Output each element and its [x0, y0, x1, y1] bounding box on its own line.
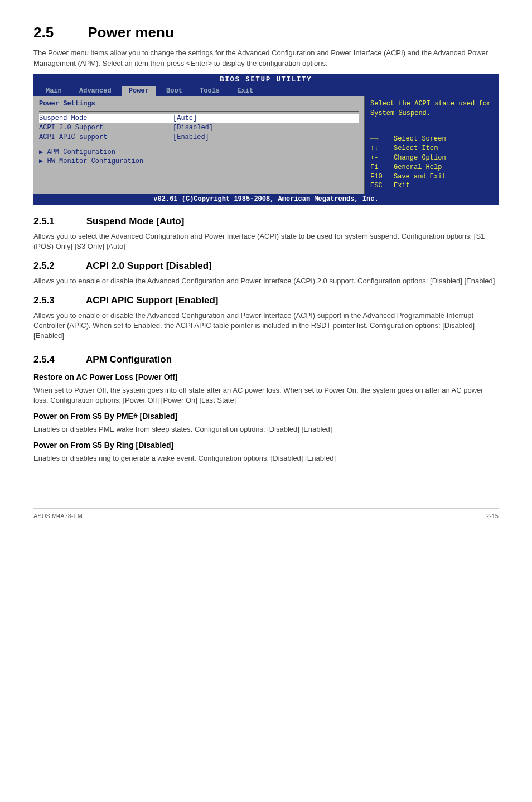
- subsection-body: Allows you to enable or disable the Adva…: [33, 311, 499, 341]
- bios-row-acpi-apic: ACPI APIC support [Enabled]: [39, 133, 359, 142]
- section-heading: 2.5 Power menu: [33, 22, 499, 42]
- bios-value: [Auto]: [173, 114, 197, 123]
- bios-footer: v02.61 (C)Copyright 1985-2008, American …: [33, 194, 499, 205]
- bios-hint-key: +-: [370, 153, 394, 163]
- subsection-title: APM Configuration: [86, 354, 172, 365]
- bios-key-hints: ←→ Select Screen ↑↓ Select Item +- Chang…: [370, 134, 493, 191]
- intro-paragraph: The Power menu items allow you to change…: [33, 48, 499, 68]
- bios-label: ACPI 2.0 Support: [39, 123, 173, 133]
- bios-tab-advanced: Advanced: [72, 86, 118, 96]
- section-title: Power menu: [88, 24, 174, 41]
- bios-label: ACPI APIC support: [39, 133, 173, 142]
- bios-submenu-label: HW Monitor Configuration: [47, 157, 143, 165]
- section-number: 2.5: [33, 22, 84, 42]
- spacer: [39, 142, 359, 148]
- option-body: Enables or disables ring to generate a w…: [33, 453, 499, 463]
- bios-value: [Enabled]: [173, 133, 209, 142]
- footer-product: ASUS M4A78-EM: [33, 512, 83, 520]
- bios-submenu-hwmonitor: ▶ HW Monitor Configuration: [39, 157, 359, 166]
- bios-screenshot: BIOS SETUP UTILITY Main Advanced Power B…: [33, 74, 499, 205]
- subsection-heading: 2.5.3 ACPI APIC Support [Enabled]: [33, 294, 499, 307]
- bios-hint-row: F1 General Help: [370, 163, 493, 172]
- bios-hint-text: General Help: [394, 163, 442, 172]
- bios-tabs: Main Advanced Power Boot Tools Exit: [33, 86, 499, 96]
- subsection-number: 2.5.2: [33, 259, 84, 273]
- bios-body: Power Settings Suspend Mode [Auto] ACPI …: [33, 96, 499, 194]
- subsection-number: 2.5.1: [33, 215, 84, 228]
- bios-hint-row: ↑↓ Select Item: [370, 144, 493, 153]
- subsection-heading: 2.5.1 Suspend Mode [Auto]: [33, 215, 499, 228]
- option-body: When set to Power Off, the system goes i…: [33, 385, 499, 405]
- bios-hint-text: Select Screen: [394, 134, 446, 144]
- bios-help-text: Select the ACPI state used for System Su…: [370, 99, 493, 118]
- option-heading: Restore on AC Power Loss [Power Off]: [33, 372, 499, 383]
- bios-tab-main: Main: [39, 86, 69, 96]
- subsection-body: Allows you to enable or disable the Adva…: [33, 276, 499, 286]
- bios-tab-exit: Exit: [230, 86, 260, 96]
- option-heading: Power on From S5 By PME# [Disabled]: [33, 411, 499, 422]
- bios-tab-power: Power: [122, 86, 156, 96]
- subsection-heading: 2.5.2 ACPI 2.0 Support [Disabled]: [33, 259, 499, 273]
- triangle-icon: ▶: [39, 148, 43, 156]
- subsection-title: ACPI 2.0 Support [Disabled]: [86, 260, 212, 271]
- footer-page-number: 2-15: [486, 512, 499, 520]
- bios-hint-key: F10: [370, 172, 394, 182]
- page-footer: ASUS M4A78-EM 2-15: [33, 508, 499, 520]
- bios-panel-title: Power Settings: [39, 99, 359, 109]
- subsection-number: 2.5.4: [33, 353, 84, 366]
- subsection-title: Suspend Mode [Auto]: [86, 216, 185, 226]
- bios-tab-boot: Boot: [159, 86, 189, 96]
- subsection-heading: 2.5.4 APM Configuration: [33, 353, 499, 366]
- bios-hint-key: ESC: [370, 181, 394, 191]
- bios-row-acpi20: ACPI 2.0 Support [Disabled]: [39, 123, 359, 133]
- bios-hint-text: Save and Exit: [394, 172, 446, 182]
- bios-submenu-label: APM Configuration: [47, 148, 115, 156]
- bios-hint-text: Select Item: [394, 144, 438, 153]
- bios-hint-key: ↑↓: [370, 144, 394, 153]
- subsection-number: 2.5.3: [33, 294, 84, 307]
- bios-top-title: BIOS SETUP UTILITY: [33, 74, 499, 86]
- subsection-title: ACPI APIC Support [Enabled]: [86, 295, 218, 306]
- bios-hint-row: +- Change Option: [370, 153, 493, 163]
- bios-hint-row: ESC Exit: [370, 181, 493, 191]
- bios-label: Suspend Mode: [39, 114, 173, 123]
- bios-hint-row: ←→ Select Screen: [370, 134, 493, 144]
- bios-submenu-apm: ▶ APM Configuration: [39, 148, 359, 157]
- bios-hint-key: F1: [370, 163, 394, 172]
- bios-hint-key: ←→: [370, 134, 394, 144]
- option-body: Enables or disables PME wake from sleep …: [33, 424, 499, 434]
- bios-tab-tools: Tools: [193, 86, 226, 96]
- bios-value: [Disabled]: [173, 123, 213, 133]
- bios-divider: [39, 111, 359, 112]
- bios-row-suspend-mode: Suspend Mode [Auto]: [39, 114, 359, 123]
- bios-hint-row: F10 Save and Exit: [370, 172, 493, 182]
- bios-hint-text: Exit: [394, 181, 410, 191]
- bios-hint-text: Change Option: [394, 153, 446, 163]
- bios-main-panel: Power Settings Suspend Mode [Auto] ACPI …: [33, 96, 365, 194]
- subsection-body: Allows you to select the Advanced Config…: [33, 231, 499, 252]
- bios-side-panel: Select the ACPI state used for System Su…: [365, 96, 499, 194]
- triangle-icon: ▶: [39, 157, 43, 165]
- option-heading: Power on From S5 By Ring [Disabled]: [33, 440, 499, 451]
